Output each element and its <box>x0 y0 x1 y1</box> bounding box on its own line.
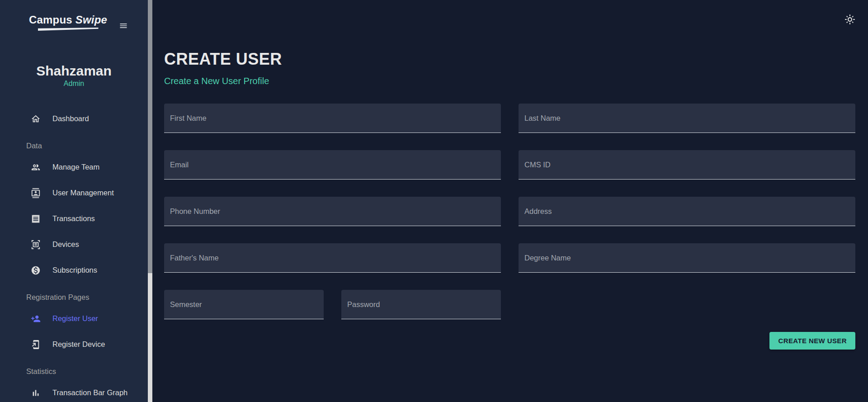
brand-underline-swoosh <box>38 28 99 31</box>
sidebar-item-label: Manage Team <box>52 163 99 171</box>
home-icon <box>31 114 41 124</box>
sidebar-item-label: Transactions <box>52 214 95 223</box>
sidebar-item-user-management[interactable]: User Management <box>0 180 148 206</box>
address-input[interactable] <box>519 197 855 226</box>
topbar <box>164 0 855 25</box>
field-first-name <box>164 104 501 133</box>
page-header: CREATE USER Create a New User Profile <box>164 51 855 85</box>
create-user-form <box>164 104 855 319</box>
bar-chart-icon <box>31 388 41 398</box>
sidebar-item-label: Devices <box>52 240 79 249</box>
sidebar-item-label: Register Device <box>52 340 105 349</box>
first-name-input[interactable] <box>164 104 501 133</box>
field-semester <box>164 290 324 319</box>
sidebar-item-register-user[interactable]: Register User <box>0 306 148 331</box>
password-input[interactable] <box>341 290 501 319</box>
light-mode-icon <box>844 19 855 26</box>
sidebar-item-label: Transaction Bar Graph <box>52 388 127 397</box>
people-icon <box>31 162 41 172</box>
contacts-icon <box>31 188 41 198</box>
field-degree-name <box>519 243 855 273</box>
profile-name: Shahzaman <box>0 64 148 78</box>
brand-name: Campus Swipe <box>29 14 107 26</box>
receipt-icon <box>31 214 41 224</box>
field-email <box>164 150 501 180</box>
field-address <box>519 197 855 226</box>
sidebar-item-manage-team[interactable]: Manage Team <box>0 154 148 180</box>
degree-name-input[interactable] <box>519 243 855 273</box>
brand-logo: Campus Swipe <box>29 14 107 36</box>
sidebar: Campus Swipe Shahzaman Admin DashboardDa… <box>0 0 148 402</box>
sidebar-scrollbar-thumb[interactable] <box>148 0 152 273</box>
menu-icon <box>119 21 128 32</box>
sidebar-header: Campus Swipe <box>0 14 148 36</box>
semester-input[interactable] <box>164 290 324 319</box>
field-password <box>341 290 501 319</box>
document-scanner-icon <box>31 240 41 250</box>
sidebar-item-transaction-bar-graph[interactable]: Transaction Bar Graph <box>0 380 148 402</box>
add-to-home-screen-icon <box>31 340 41 350</box>
sidebar-item-dashboard[interactable]: Dashboard <box>0 106 148 132</box>
create-new-user-button[interactable]: CREATE NEW USER <box>769 332 855 350</box>
sidebar-item-label: Subscriptions <box>52 266 97 274</box>
person-add-icon <box>31 314 41 324</box>
sidebar-item-label: User Management <box>52 189 114 197</box>
field-father-s-name <box>164 243 501 273</box>
sidebar-item-label: Dashboard <box>52 114 89 123</box>
email-input[interactable] <box>164 150 501 180</box>
field-last-name <box>519 104 855 133</box>
sidebar-item-devices[interactable]: Devices <box>0 232 148 257</box>
user-profile: Shahzaman Admin <box>0 64 148 88</box>
sidebar-item-register-device[interactable]: Register Device <box>0 331 148 357</box>
main-content: CREATE USER Create a New User Profile CR… <box>152 0 868 402</box>
father-s-name-input[interactable] <box>164 243 501 273</box>
field-cms-id <box>519 150 855 180</box>
phone-number-input[interactable] <box>164 197 501 226</box>
sidebar-item-subscriptions[interactable]: Subscriptions <box>0 257 148 283</box>
sidebar-section-registration-pages: Registration Pages <box>0 291 148 303</box>
page-subtitle: Create a New User Profile <box>164 76 855 85</box>
sidebar-section-statistics: Statistics <box>0 365 148 378</box>
last-name-input[interactable] <box>519 104 855 133</box>
sidebar-item-transactions[interactable]: Transactions <box>0 206 148 232</box>
sidebar-scrollbar[interactable] <box>148 0 152 402</box>
sidebar-item-label: Register User <box>52 314 98 323</box>
monetization-icon <box>31 265 41 275</box>
brand-name-regular: Campus <box>29 14 72 26</box>
profile-role: Admin <box>0 80 148 88</box>
field-phone-number <box>164 197 501 226</box>
theme-toggle-button[interactable] <box>844 14 855 25</box>
cms-id-input[interactable] <box>519 150 855 180</box>
sidebar-section-data: Data <box>0 139 148 152</box>
page-title: CREATE USER <box>164 51 855 67</box>
sidebar-collapse-button[interactable] <box>117 20 130 33</box>
brand-name-italic: Swipe <box>75 14 107 26</box>
sidebar-menu: DashboardDataManage TeamUser ManagementT… <box>0 106 148 402</box>
form-actions: CREATE NEW USER <box>164 332 855 350</box>
